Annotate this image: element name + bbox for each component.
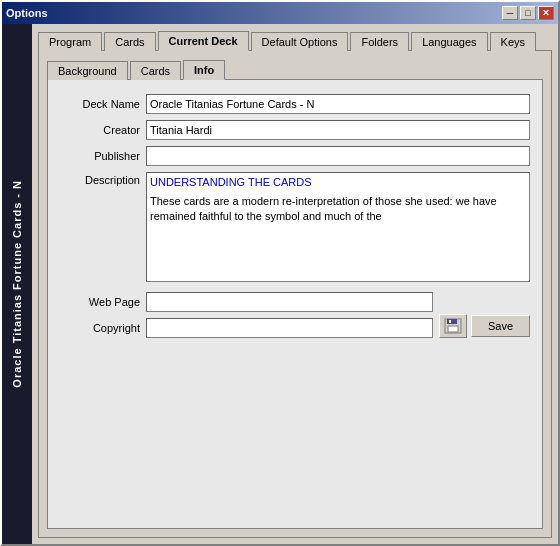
webpage-row: Web Page: [60, 292, 433, 312]
description-textarea[interactable]: UNDERSTANDING THE CARDS These cards are …: [146, 172, 530, 282]
top-tab-panel: Background Cards Info Deck Name: [38, 50, 552, 538]
description-row: Description UNDERSTANDING THE CARDS Thes…: [60, 172, 530, 282]
svg-rect-1: [447, 319, 457, 324]
window-body: Oracle Titanias Fortune Cards - N Progra…: [2, 24, 558, 544]
creator-row: Creator: [60, 120, 530, 140]
info-panel: Deck Name Creator Publisher Description: [47, 79, 543, 529]
sidebar: Oracle Titanias Fortune Cards - N: [2, 24, 32, 544]
maximize-button[interactable]: □: [520, 6, 536, 20]
deck-name-input[interactable]: [146, 94, 530, 114]
sidebar-label: Oracle Titanias Fortune Cards - N: [11, 180, 23, 388]
tab-info[interactable]: Info: [183, 60, 225, 80]
title-bar: Options ─ □ ✕: [2, 2, 558, 24]
tab-keys[interactable]: Keys: [490, 32, 536, 51]
main-area: Program Cards Current Deck Default Optio…: [32, 24, 558, 544]
close-icon: ✕: [542, 8, 550, 18]
options-window: Options ─ □ ✕ Oracle Titanias Fortune Ca…: [0, 0, 560, 546]
tab-cards-inner[interactable]: Cards: [130, 61, 181, 80]
description-label: Description: [60, 172, 140, 186]
creator-input[interactable]: [146, 120, 530, 140]
deck-name-row: Deck Name: [60, 94, 530, 114]
save-icon[interactable]: [439, 314, 467, 338]
copyright-input[interactable]: [146, 318, 433, 338]
minimize-icon: ─: [507, 8, 513, 18]
publisher-input[interactable]: [146, 146, 530, 166]
minimize-button[interactable]: ─: [502, 6, 518, 20]
creator-label: Creator: [60, 124, 140, 136]
tab-languages[interactable]: Languages: [411, 32, 487, 51]
save-section: Save: [439, 314, 530, 338]
copyright-row: Copyright: [60, 318, 433, 338]
deck-name-label: Deck Name: [60, 98, 140, 110]
tab-current-deck[interactable]: Current Deck: [158, 31, 249, 51]
bottom-fields: Web Page Copyright: [60, 292, 433, 338]
tab-default-options[interactable]: Default Options: [251, 32, 349, 51]
tab-folders[interactable]: Folders: [350, 32, 409, 51]
tab-background[interactable]: Background: [47, 61, 128, 80]
description-title: UNDERSTANDING THE CARDS: [150, 176, 526, 188]
tab-cards-top[interactable]: Cards: [104, 32, 155, 51]
publisher-row: Publisher: [60, 146, 530, 166]
webpage-label: Web Page: [60, 296, 140, 308]
description-body: These cards are a modern re-interpretati…: [150, 194, 526, 225]
top-tab-bar: Program Cards Current Deck Default Optio…: [38, 30, 552, 50]
window-controls: ─ □ ✕: [502, 6, 554, 20]
save-button[interactable]: Save: [471, 315, 530, 337]
window-title: Options: [6, 7, 48, 19]
inner-tab-bar: Background Cards Info: [47, 59, 543, 79]
tab-program[interactable]: Program: [38, 32, 102, 51]
webpage-input[interactable]: [146, 292, 433, 312]
close-button[interactable]: ✕: [538, 6, 554, 20]
publisher-label: Publisher: [60, 150, 140, 162]
maximize-icon: □: [525, 8, 530, 18]
bottom-section: Web Page Copyright: [60, 292, 530, 338]
svg-rect-2: [448, 326, 458, 332]
copyright-label: Copyright: [60, 322, 140, 334]
svg-rect-3: [449, 320, 451, 323]
